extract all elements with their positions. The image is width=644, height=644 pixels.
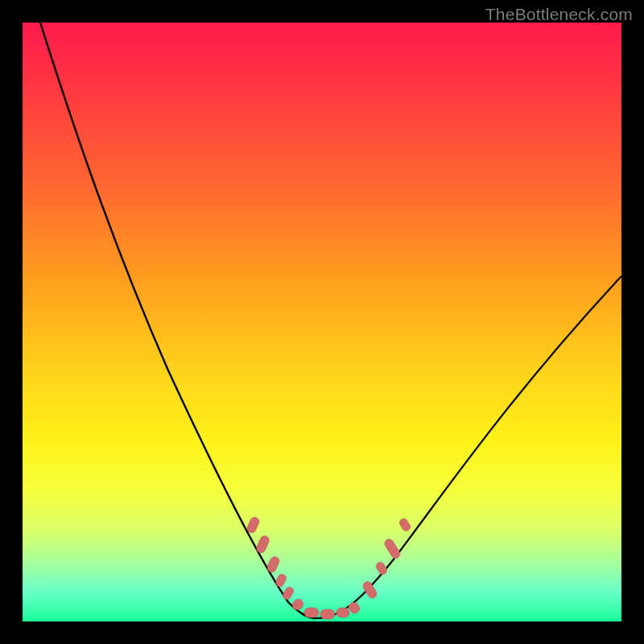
bead-icon — [398, 518, 412, 533]
bead-icon — [304, 608, 319, 617]
curve-right-path — [316, 276, 621, 618]
bead-icon — [282, 586, 295, 601]
bead-icon — [320, 609, 335, 619]
curve-left-path — [40, 23, 316, 618]
bead-icon — [275, 573, 287, 588]
bead-icon — [291, 597, 305, 612]
bead-icon — [383, 538, 402, 560]
bead-icon — [255, 535, 270, 555]
bead-icon — [336, 608, 349, 617]
bead-icon — [375, 561, 389, 576]
bead-icon — [361, 580, 378, 599]
watermark-label: TheBottleneck.com — [485, 5, 633, 24]
plot-area — [23, 23, 621, 621]
chart-frame: TheBottleneck.com — [0, 0, 644, 644]
curve-svg — [23, 23, 621, 621]
